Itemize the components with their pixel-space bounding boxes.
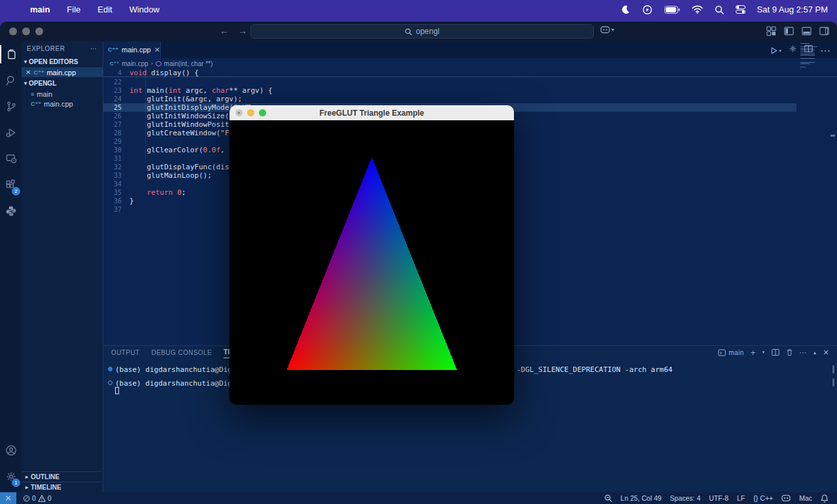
file-item[interactable]: C⁺⁺main.cpp xyxy=(22,99,103,109)
close-button[interactable] xyxy=(235,109,243,116)
toggle-panel-icon[interactable] xyxy=(802,26,811,36)
line-code: glutInit(&argc, argv); xyxy=(129,95,242,103)
tab-main-cpp[interactable]: C⁺⁺ main.cpp ✕ xyxy=(103,41,161,58)
folder-section[interactable]: ▾ OPENGL xyxy=(22,77,103,89)
split-terminal-icon[interactable] xyxy=(772,348,779,356)
toggle-secondary-sidebar-icon[interactable] xyxy=(819,26,829,36)
problems-status[interactable]: 0 0 xyxy=(23,494,52,502)
line-code: glutInitWindowSize(500, xyxy=(129,112,247,120)
open-editors-section[interactable]: ▾ OPEN EDITORS xyxy=(22,56,103,67)
menu-edit[interactable]: Edit xyxy=(97,5,112,14)
customize-layout-icon[interactable] xyxy=(766,26,776,36)
code-line[interactable]: 22 xyxy=(103,78,837,86)
menu-file[interactable]: File xyxy=(67,5,80,14)
freeglut-titlebar[interactable]: FreeGLUT Triangle Example xyxy=(230,105,514,120)
eol-status[interactable]: LF xyxy=(737,494,745,502)
menu-window[interactable]: Window xyxy=(129,5,160,14)
outline-section[interactable]: ▸ OUTLINE xyxy=(22,471,103,482)
account-icon[interactable] xyxy=(0,437,22,463)
chevron-down-icon[interactable]: ▾ xyxy=(762,350,765,355)
minimize-button[interactable] xyxy=(247,109,254,116)
encoding-status[interactable]: UTF-8 xyxy=(709,494,728,502)
toggle-primary-sidebar-icon[interactable] xyxy=(784,26,794,36)
line-number: 30 xyxy=(103,146,129,154)
line-number: 35 xyxy=(103,188,129,197)
nav-forward-icon[interactable]: → xyxy=(238,25,247,36)
freeglut-window-title: FreeGLUT Triangle Example xyxy=(319,109,424,118)
more-actions-icon[interactable]: ⋯ xyxy=(800,348,807,357)
cursor-position[interactable]: Ln 25, Col 49 xyxy=(621,494,661,502)
nav-back-icon[interactable]: ← xyxy=(220,25,229,36)
moon-icon[interactable] xyxy=(621,5,630,14)
host-status[interactable]: Mac xyxy=(799,494,812,502)
menubar-clock[interactable]: Sat 9 Aug 2:57 PM xyxy=(757,5,828,14)
command-center-search[interactable]: opengl xyxy=(250,24,594,39)
zoom-button[interactable] xyxy=(35,27,43,35)
remote-indicator[interactable]: ⤫ xyxy=(0,492,16,504)
file-item[interactable]: ≡main xyxy=(22,89,103,99)
breadcrumb-symbol[interactable]: main(int, char **) xyxy=(164,60,213,67)
copilot-menu[interactable]: ▾ xyxy=(600,25,614,34)
extensions-icon[interactable]: 2 xyxy=(0,172,22,198)
menubar-app-name[interactable]: main xyxy=(30,5,50,14)
terminal-instance[interactable]: main xyxy=(718,349,743,356)
terminal-scrollbar[interactable] xyxy=(832,378,834,386)
line-number: 31 xyxy=(103,154,129,163)
terminal-icon xyxy=(718,349,726,356)
chevron-right-icon: › xyxy=(151,60,153,67)
vscode-titlebar: ← → opengl ▾ xyxy=(0,22,837,41)
zoom-button[interactable] xyxy=(259,109,266,116)
maximize-panel-icon[interactable]: ▴ xyxy=(813,350,816,356)
open-editor-item[interactable]: ✕ C⁺⁺ main.cpp xyxy=(22,67,103,77)
settings-gear-icon[interactable] xyxy=(789,44,797,53)
breadcrumb[interactable]: C⁺⁺ main.cpp › main(int, char **) xyxy=(103,58,837,69)
search-icon[interactable] xyxy=(715,5,724,14)
code-line[interactable]: 4void display() { xyxy=(103,69,837,77)
breadcrumb-file[interactable]: main.cpp xyxy=(122,60,148,67)
copilot-icon xyxy=(600,25,610,34)
close-icon[interactable]: ✕ xyxy=(154,46,160,54)
window-controls[interactable] xyxy=(9,27,43,35)
control-center-icon[interactable] xyxy=(736,5,745,14)
sidebar-more-icon[interactable]: ⋯ xyxy=(90,45,97,52)
tab-output[interactable]: OUTPUT xyxy=(111,347,140,358)
terminal-scrollbar[interactable] xyxy=(832,365,834,373)
split-editor-icon[interactable] xyxy=(804,44,813,53)
settings-gear-icon[interactable]: 1 xyxy=(0,463,22,490)
indentation-status[interactable]: Spaces: 4 xyxy=(670,494,701,502)
battery-icon[interactable] xyxy=(664,6,680,14)
run-button[interactable]: ▾ xyxy=(770,44,781,57)
source-control-icon[interactable] xyxy=(0,93,22,120)
terminal-line-fragment: -DGL_SILENCE_DEPRECATION -arch arm64 xyxy=(517,365,672,374)
kill-terminal-icon[interactable] xyxy=(786,348,793,356)
remote-explorer-icon[interactable] xyxy=(0,146,22,172)
close-icon[interactable]: ✕ xyxy=(26,69,31,76)
line-number: 34 xyxy=(103,180,129,188)
sidebar-title: EXPLORER xyxy=(27,45,65,52)
zoom-status-icon[interactable] xyxy=(604,494,612,502)
freeglut-window-controls[interactable] xyxy=(235,109,266,116)
minimize-button[interactable] xyxy=(22,27,30,35)
freeglut-window[interactable]: FreeGLUT Triangle Example xyxy=(230,105,514,405)
wifi-icon[interactable] xyxy=(692,5,703,14)
code-line[interactable]: 23int main(int argc, char** argv) { xyxy=(103,86,837,95)
new-terminal-button[interactable]: + xyxy=(751,348,756,358)
settings-badge: 1 xyxy=(12,479,20,487)
close-button[interactable] xyxy=(9,27,17,35)
error-icon xyxy=(23,495,30,502)
chevron-down-icon: ▾ xyxy=(24,59,27,65)
language-status[interactable]: {} C++ xyxy=(753,494,773,502)
timeline-section[interactable]: ▸ TIMELINE xyxy=(22,482,103,492)
more-actions-icon[interactable]: ⋯ xyxy=(820,44,830,57)
close-panel-icon[interactable]: ✕ xyxy=(823,348,829,357)
notifications-bell-icon[interactable] xyxy=(821,494,828,503)
screen-mirroring-icon[interactable] xyxy=(642,5,653,15)
search-icon[interactable] xyxy=(0,67,22,93)
code-line[interactable]: 24 glutInit(&argc, argv); xyxy=(103,95,837,103)
folder-files: ≡mainC⁺⁺main.cpp xyxy=(22,89,103,109)
run-debug-icon[interactable] xyxy=(0,120,22,146)
tab-debug-console[interactable]: DEBUG CONSOLE xyxy=(152,347,212,358)
explorer-icon[interactable] xyxy=(0,41,22,67)
copilot-status-icon[interactable] xyxy=(781,494,791,502)
python-icon[interactable] xyxy=(0,198,22,224)
